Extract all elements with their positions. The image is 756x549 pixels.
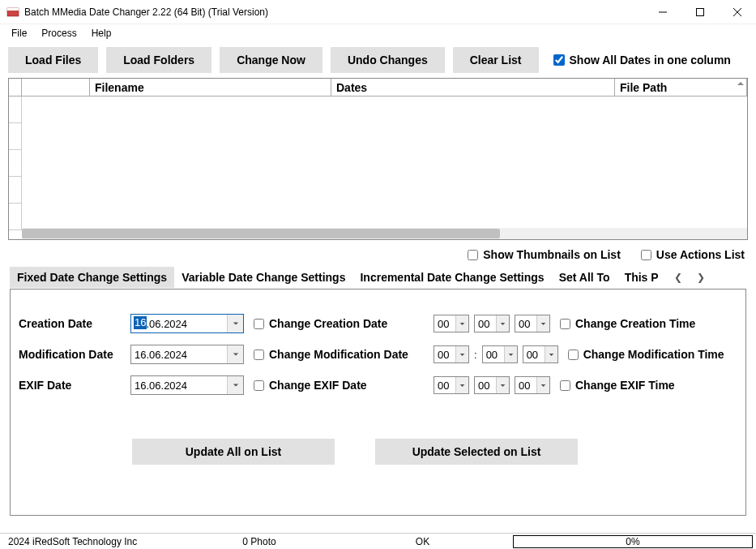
col-thumb[interactable] [22, 79, 90, 97]
modification-hour[interactable] [434, 345, 469, 363]
tab-this-p[interactable]: This P [617, 267, 666, 288]
show-all-dates-label: Show All Dates in one column [570, 54, 731, 66]
modification-date-label: Modification Date [19, 348, 121, 361]
chevron-down-icon[interactable] [545, 346, 557, 362]
chevron-down-icon[interactable] [536, 377, 549, 393]
exif-sec[interactable] [515, 376, 550, 394]
creation-date-label: Creation Date [19, 317, 121, 330]
scroll-up-icon[interactable] [737, 79, 748, 90]
load-files-button[interactable]: Load Files [8, 47, 98, 73]
exif-date-input[interactable] [130, 375, 244, 395]
tab-scroll-right-icon[interactable]: ❯ [694, 270, 708, 285]
col-filename[interactable]: Filename [90, 79, 331, 97]
app-icon [6, 6, 19, 19]
change-creation-date-checkbox[interactable] [254, 319, 264, 329]
svg-rect-1 [7, 8, 19, 11]
fixed-panel: Creation Date 16 Change Creation Date Ch… [10, 289, 746, 516]
progress-text: 0% [626, 536, 639, 547]
chevron-down-icon[interactable] [455, 315, 468, 332]
change-modification-time-label: Change Modification Time [583, 348, 724, 361]
tab-incremental[interactable]: Incremental Date Change Settings [352, 267, 551, 288]
chevron-down-icon[interactable] [227, 345, 243, 363]
tab-set-all[interactable]: Set All To [552, 267, 617, 288]
creation-min[interactable] [474, 315, 510, 332]
tab-scroll-left-icon[interactable]: ❮ [671, 270, 686, 285]
update-selected-button[interactable]: Update Selected on List [375, 439, 578, 465]
row-header-gutter [9, 79, 22, 97]
col-filepath[interactable]: File Path [615, 79, 747, 97]
creation-date-dropdown-icon[interactable] [227, 315, 243, 332]
close-button[interactable] [719, 0, 756, 24]
creation-hour[interactable] [434, 315, 469, 332]
maximize-button[interactable] [681, 0, 719, 24]
modification-sec[interactable] [523, 345, 558, 363]
change-modification-time-checkbox[interactable] [568, 350, 579, 360]
list-body[interactable] [9, 97, 747, 239]
chevron-down-icon[interactable] [496, 377, 509, 393]
svg-rect-2 [659, 11, 667, 12]
chevron-down-icon[interactable] [227, 376, 243, 394]
modification-date-input[interactable] [130, 345, 244, 364]
chevron-down-icon[interactable] [455, 377, 468, 393]
tabbar: Fixed Date Change Settings Variable Date… [0, 266, 756, 289]
change-creation-time-label: Change Creation Time [575, 317, 695, 330]
show-all-dates-checkbox[interactable] [553, 54, 565, 66]
tab-fixed[interactable]: Fixed Date Change Settings [10, 267, 174, 288]
change-exif-date-checkbox[interactable] [254, 380, 264, 391]
chevron-down-icon[interactable] [455, 346, 468, 362]
change-exif-time-checkbox[interactable] [560, 380, 570, 391]
exif-min[interactable] [474, 376, 510, 394]
progress-bar: 0% [513, 535, 753, 548]
menu-file[interactable]: File [5, 26, 33, 41]
update-all-button[interactable]: Update All on List [132, 439, 335, 465]
mid-options: Show Thumbnails on List Use Actions List [0, 240, 756, 266]
show-thumbnails-checkbox[interactable] [468, 250, 478, 260]
load-folders-button[interactable]: Load Folders [106, 47, 211, 73]
exif-hour[interactable] [434, 376, 469, 394]
change-creation-date-label: Change Creation Date [269, 317, 387, 330]
minimize-button[interactable] [644, 0, 681, 24]
tab-variable[interactable]: Variable Date Change Settings [174, 267, 352, 288]
creation-date-selection: 16 [134, 316, 147, 329]
status-company: 2024 iRedSoft Technology Inc [0, 536, 186, 547]
status-ok: OK [332, 536, 513, 547]
use-actions-label: Use Actions List [656, 248, 745, 261]
window-title: Batch MMedia Date Changer 2.22 (64 Bit) … [24, 6, 644, 18]
use-actions-checkbox[interactable] [641, 250, 651, 260]
change-creation-time-checkbox[interactable] [560, 319, 570, 329]
show-thumbnails-label: Show Thumbnails on List [483, 248, 621, 261]
status-count: 0 Photo [186, 536, 332, 547]
list-header: Filename Dates File Path [9, 79, 747, 97]
statusbar: 2024 iRedSoft Technology Inc 0 Photo OK … [0, 533, 756, 549]
col-dates[interactable]: Dates [331, 79, 615, 97]
menu-process[interactable]: Process [35, 26, 83, 41]
modification-min[interactable] [482, 345, 518, 363]
clear-list-button[interactable]: Clear List [453, 47, 539, 73]
exif-date-label: EXIF Date [19, 379, 121, 392]
creation-date-input[interactable]: 16 [130, 314, 244, 333]
menu-help[interactable]: Help [85, 26, 118, 41]
change-exif-time-label: Change EXIF Time [575, 379, 675, 392]
file-list[interactable]: Filename Dates File Path [8, 78, 748, 240]
toolbar: Load Files Load Folders Change Now Undo … [0, 42, 756, 78]
undo-changes-button[interactable]: Undo Changes [331, 47, 445, 73]
change-now-button[interactable]: Change Now [220, 47, 322, 73]
scrollbar-thumb[interactable] [22, 229, 500, 238]
svg-rect-3 [697, 8, 704, 15]
chevron-down-icon[interactable] [536, 315, 549, 332]
chevron-down-icon[interactable] [496, 315, 509, 332]
change-exif-date-label: Change EXIF Date [269, 379, 367, 392]
change-modification-date-checkbox[interactable] [254, 350, 264, 360]
creation-sec[interactable] [515, 315, 550, 332]
change-modification-date-label: Change Modification Date [269, 348, 408, 361]
time-sep: : [474, 349, 477, 361]
titlebar: Batch MMedia Date Changer 2.22 (64 Bit) … [0, 0, 756, 24]
chevron-down-icon[interactable] [504, 346, 517, 362]
menubar: File Process Help [0, 24, 756, 42]
horizontal-scrollbar[interactable] [22, 228, 747, 239]
